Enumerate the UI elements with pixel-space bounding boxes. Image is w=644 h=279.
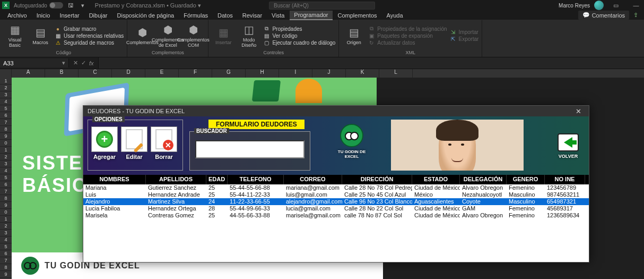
borrar-button[interactable]	[151, 126, 177, 152]
cancel-formula-icon[interactable]: ✕	[73, 60, 78, 66]
formula-input[interactable]	[99, 57, 644, 69]
ribbon-origen-button[interactable]: ▤Origen	[342, 21, 365, 50]
user-name-label[interactable]: Marco Reyes	[559, 3, 590, 9]
column-header[interactable]: K	[346, 69, 379, 78]
save-icon[interactable]: 🖫	[67, 2, 75, 9]
column-headers[interactable]: ABCDEFGHIJKL	[0, 69, 644, 78]
menu-tab-vista[interactable]: Vista	[267, 11, 289, 20]
table-column-header[interactable]: EDAD	[206, 175, 228, 184]
ribbon-item-propiedades[interactable]: ⧉Propiedades	[263, 26, 335, 32]
accept-formula-icon[interactable]: ✓	[81, 60, 86, 66]
column-header[interactable]: E	[145, 69, 179, 78]
menu-tab-dibujar[interactable]: Dibujar	[85, 11, 112, 20]
ribbon-visual-basic-button[interactable]: ▦Visual Basic	[3, 21, 27, 50]
menu-tab-datos[interactable]: Datos	[213, 11, 237, 20]
table-column-header[interactable]: CORREO	[284, 175, 342, 184]
table-column-header[interactable]: NOMBRES	[83, 175, 146, 184]
column-header[interactable]: J	[312, 69, 346, 78]
table-column-header[interactable]: GENERO	[507, 175, 545, 184]
table-row[interactable]: AlejandroMartinez Silva2411-22-33-66-55a…	[83, 198, 589, 205]
row-header[interactable]: 9	[0, 133, 12, 140]
ribbon-item-ejecutar-cuadro-de-diálogo[interactable]: ▢Ejecutar cuadro de diálogo	[263, 40, 335, 46]
table-column-header[interactable]: DELEGACIÓN	[460, 175, 507, 184]
row-header[interactable]: 7	[0, 257, 12, 264]
row-header[interactable]: 0	[0, 140, 12, 147]
menu-tab-archivo[interactable]: Archivo	[3, 11, 31, 20]
row-header[interactable]: 2	[0, 223, 12, 230]
row-headers[interactable]: 123456789012345678901234567890123	[0, 78, 12, 279]
chevron-down-icon[interactable]: ▾	[62, 60, 65, 66]
ribbon-complementos-button[interactable]: ⬢Complementos	[130, 21, 154, 50]
ribbon-item-grabar-macro[interactable]: ●Grabar macro	[54, 26, 124, 32]
dialog-titlebar[interactable]: DEUDORES - TU GODIN DE EXCEL ✕	[83, 106, 589, 116]
column-header[interactable]: B	[45, 69, 79, 78]
autosave-toggle[interactable]: Autoguardado	[14, 2, 63, 9]
row-header[interactable]: 1	[0, 78, 12, 84]
row-header[interactable]: 6	[0, 112, 12, 119]
row-header[interactable]: 7	[0, 188, 12, 195]
row-header[interactable]: 8	[0, 264, 12, 271]
table-row[interactable]: LuisHernandez Andrade2555-44-11-22-33lui…	[83, 191, 589, 198]
row-header[interactable]: 6	[0, 181, 12, 188]
ribbon-modo-diseno-button[interactable]: ◫Modo Diseño	[237, 21, 260, 50]
row-header[interactable]: 4	[0, 167, 12, 174]
row-header[interactable]: 5	[0, 174, 12, 181]
agregar-button[interactable]: +	[91, 126, 118, 152]
row-header[interactable]: 1	[0, 147, 12, 154]
name-box[interactable]: A33 ▾	[0, 58, 69, 67]
column-header[interactable]: H	[246, 69, 279, 78]
table-column-header[interactable]: DIRECCIÓN	[342, 175, 412, 184]
share-button[interactable]: ⇪	[630, 12, 641, 19]
editar-button[interactable]	[121, 126, 147, 152]
ribbon-macros-button[interactable]: ▤Macros	[29, 21, 52, 50]
table-column-header[interactable]: TELEFONO	[228, 175, 284, 184]
row-header[interactable]: 9	[0, 271, 12, 278]
qat-dropdown-icon[interactable]: ▾	[79, 2, 86, 9]
deudores-table[interactable]: NOMBRESAPELLIDOSEDADTELEFONOCORREODIRECC…	[83, 175, 589, 262]
table-column-header[interactable]: ESTADO	[412, 175, 460, 184]
row-header[interactable]: 7	[0, 119, 12, 126]
table-header[interactable]: NOMBRESAPELLIDOSEDADTELEFONOCORREODIRECC…	[83, 175, 589, 184]
menu-tab-insertar[interactable]: Insertar	[55, 11, 83, 20]
row-header[interactable]: 6	[0, 250, 12, 257]
table-column-header[interactable]: NO INE	[545, 175, 585, 184]
row-header[interactable]: 2	[0, 154, 12, 160]
ribbon-options-icon[interactable]: ▭	[608, 0, 624, 11]
column-header[interactable]: L	[379, 69, 413, 78]
table-column-header[interactable]: APELLIDOS	[146, 175, 206, 184]
volver-button[interactable]: VOLVER	[556, 133, 580, 159]
column-header[interactable]: A	[12, 69, 45, 78]
search-box[interactable]	[269, 2, 375, 10]
menu-tab-complementos[interactable]: Complementos	[334, 11, 381, 20]
row-header[interactable]: 2	[0, 84, 12, 91]
menu-tab-revisar[interactable]: Revisar	[238, 11, 266, 20]
menu-tab-programador[interactable]: Programador	[290, 11, 332, 20]
filename-label[interactable]: Prestamo y Cobranza.xlsm • Guardado ▾	[95, 2, 201, 9]
ribbon-item-ver-código[interactable]: ▤Ver código	[263, 33, 335, 39]
column-header[interactable]: C	[79, 69, 112, 78]
table-body[interactable]: MarianaGutierrez Sanchez2555-44-55-66-88…	[83, 184, 589, 219]
row-header[interactable]: 5	[0, 105, 12, 112]
autosave-switch[interactable]	[49, 2, 63, 9]
row-header[interactable]: 8	[0, 126, 12, 133]
menu-tab-disposición-de-página[interactable]: Disposición de página	[113, 11, 179, 20]
comments-button[interactable]: 💬 Comentarios	[578, 11, 629, 20]
ribbon-compl-excel-button[interactable]: ⬢Complementos de Excel	[156, 21, 179, 50]
row-header[interactable]: 0	[0, 209, 12, 216]
column-header[interactable]: I	[279, 69, 312, 78]
table-row[interactable]: Lucia FabiloaHernandez Ortega2855-44-99-…	[83, 205, 589, 212]
ribbon-item-usar-referencias-relativas[interactable]: ▦Usar referencias relativas	[54, 33, 124, 39]
row-header[interactable]: 4	[0, 98, 12, 105]
close-icon[interactable]: ✕	[572, 107, 585, 115]
buscador-input[interactable]	[195, 140, 304, 158]
row-header[interactable]: 4	[0, 236, 12, 243]
table-row[interactable]: MarianaGutierrez Sanchez2555-44-55-66-88…	[83, 184, 589, 191]
column-header[interactable]: G	[212, 69, 246, 78]
ribbon-compl-com-button[interactable]: ⬢Complementos COM	[181, 21, 205, 50]
table-row[interactable]: MariselaContreras Gomez2544-55-66-33-88m…	[83, 212, 589, 219]
column-header[interactable]: D	[112, 69, 145, 78]
avatar[interactable]	[594, 1, 604, 10]
row-header[interactable]: 9	[0, 202, 12, 209]
search-input[interactable]	[269, 2, 375, 10]
menu-tab-fórmulas[interactable]: Fórmulas	[179, 11, 212, 20]
